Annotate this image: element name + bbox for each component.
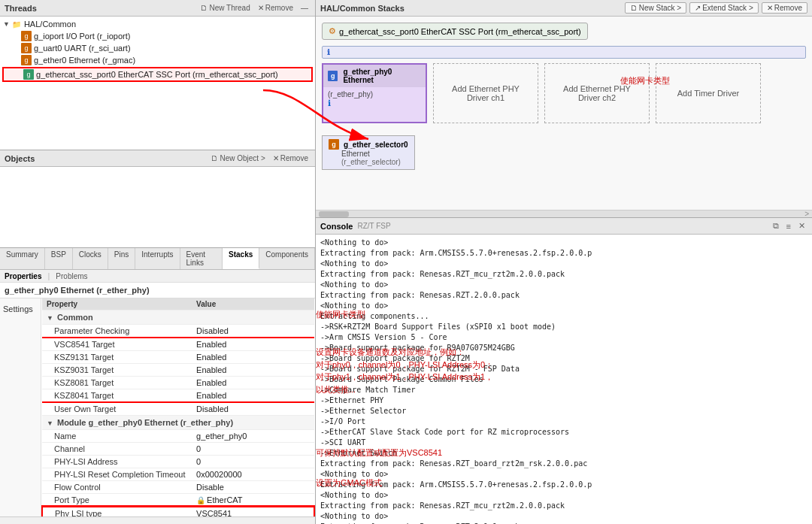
- console-close-icon[interactable]: ✕: [796, 220, 807, 232]
- add-timer-block[interactable]: Add Timer Driver: [656, 63, 761, 123]
- row-phy-lsi-addr[interactable]: PHY-LSI Address 0: [42, 456, 314, 468]
- row-user-own[interactable]: User Own Target Disabled: [42, 402, 314, 416]
- port-label: g_ethercat_ssc_port0 EtherCAT SSC Port (…: [339, 27, 581, 36]
- extend-stack-button[interactable]: ↗ Extend Stack >: [689, 2, 759, 14]
- stacks-row: g g_ether_phy0 Ethernet (r_ether_phy) ℹ …: [322, 63, 806, 123]
- tab-clocks[interactable]: Clocks: [73, 248, 108, 269]
- properties-table: Property Value ▼ Common Parameter Checki…: [41, 298, 315, 516]
- row-channel[interactable]: Channel 0: [42, 443, 314, 456]
- console-section: Console RZ/T FSP ⧉ ≡ ✕ <Nothing to do>Ex…: [316, 218, 812, 524]
- expand-arrow-icon: ▼: [3, 20, 10, 28]
- tabs-content: Properties | Problems g_ether_phy0 Ether…: [0, 270, 315, 524]
- tab-interrupts[interactable]: Interrupts: [135, 248, 180, 269]
- objects-header: Objects 🗋 New Object > ✕ Remove: [0, 150, 315, 167]
- row-ksz9031[interactable]: KSZ9031 Target Enabled: [42, 364, 314, 377]
- row-name[interactable]: Name g_ether_phy0: [42, 430, 314, 443]
- selector-icon: g: [329, 139, 339, 150]
- tree-item-ioport[interactable]: g g_ioport I/O Port (r_ioport): [2, 30, 314, 42]
- console-line: ->Ethernet PHY: [320, 395, 807, 406]
- objects-content: [0, 167, 315, 247]
- tab-components[interactable]: Components: [259, 248, 315, 269]
- remove-stack-button[interactable]: ✕ Remove: [762, 2, 807, 14]
- console-line: Extracting from pack: Renesas.RZT.2.0.0.…: [320, 290, 807, 301]
- console-line: Extracting from pack: Arm.CMSIS5.5.7.0+r…: [320, 480, 807, 490]
- port-box[interactable]: ⚙ g_ethercat_ssc_port0 EtherCAT SSC Port…: [322, 23, 588, 40]
- add-phy-ch1-block[interactable]: Add Ethernet PHYDriver ch1: [433, 63, 538, 123]
- console-line: <Nothing to do>: [320, 238, 807, 248]
- row-phy-lsi-type[interactable]: Phy LSI type VSC8541: [42, 507, 314, 516]
- remove-object-icon: ✕: [273, 154, 279, 162]
- remove-thread-icon: ✕: [258, 4, 264, 12]
- console-line: ->Board support package for RZT2M: [320, 353, 807, 364]
- new-stack-button[interactable]: 🗋 New Stack >: [625, 2, 686, 14]
- tabs-bar: Summary BSP Clocks Pins Interrupts Event…: [0, 248, 315, 270]
- extend-stack-icon: ↗: [695, 4, 701, 12]
- console-line: ->Ethernet Switch: [320, 448, 807, 459]
- props-toolbar: Properties | Problems: [0, 270, 315, 283]
- properties-tab-btn[interactable]: Properties: [5, 272, 41, 280]
- tree-item-uart[interactable]: g g_uart0 UART (r_sci_uart): [2, 42, 314, 54]
- new-object-icon: 🗋: [211, 154, 218, 162]
- console-subtitle: RZ/T FSP: [357, 222, 390, 230]
- threads-tree: ▼ 📁 HAL/Common g g_ioport I/O Port (r_io…: [0, 17, 315, 150]
- selector-block[interactable]: g g_ether_selector0 Ethernet (r_ether_se…: [322, 135, 415, 170]
- tabs-section: Summary BSP Clocks Pins Interrupts Event…: [0, 248, 315, 524]
- remove-thread-button[interactable]: ✕ Remove: [256, 3, 295, 13]
- console-line: Extracting from pack: Arm.CMSIS5.5.7.0+r…: [320, 248, 807, 259]
- component-title: g_ether_phy0 Ethernet (r_ether_phy): [0, 283, 315, 298]
- console-line: <Nothing to do>: [320, 490, 807, 501]
- settings-label: Settings: [0, 301, 41, 317]
- console-line: ->Ethernet Selector: [320, 406, 807, 416]
- bottom-scrollbar[interactable]: [0, 516, 315, 524]
- console-toolbar: ⧉ ≡ ✕: [771, 220, 807, 232]
- tab-event-links[interactable]: Event Links: [180, 248, 223, 269]
- hal-stacks-scrollbar[interactable]: >: [316, 210, 812, 217]
- console-line: <Nothing to do>: [320, 280, 807, 290]
- remove-object-button[interactable]: ✕ Remove: [271, 153, 311, 163]
- console-line: ->Board Support Package Common Files: [320, 374, 807, 385]
- lock-icon: 🔒: [196, 496, 205, 504]
- info-icon: ℹ: [327, 48, 330, 56]
- tab-stacks[interactable]: Stacks: [223, 248, 259, 269]
- tree-item-ethercat[interactable]: g g_ethercat_ssc_port0 EtherCAT SSC Port…: [2, 67, 313, 82]
- row-ksz8041[interactable]: KSZ8041 Target Enabled: [42, 389, 314, 403]
- row-ksz9131[interactable]: KSZ9131 Target Enabled: [42, 351, 314, 364]
- tab-bsp[interactable]: BSP: [45, 248, 73, 269]
- objects-title: Objects: [5, 154, 35, 163]
- col-header-property: Property: [42, 298, 192, 310]
- row-flow-control[interactable]: Flow Control Disable: [42, 481, 314, 494]
- row-phy-timeout[interactable]: PHY-LSI Reset Completion Timeout 0x00020…: [42, 468, 314, 481]
- objects-section: Objects 🗋 New Object > ✕ Remove: [0, 150, 315, 248]
- threads-section: Threads 🗋 New Thread ✕ Remove — ▼ 📁: [0, 0, 315, 150]
- console-line: <Nothing to do>: [320, 259, 807, 269]
- ether-phy-block[interactable]: g g_ether_phy0 Ethernet (r_ether_phy) ℹ: [322, 63, 427, 123]
- hal-stacks-section: HAL/Common Stacks 🗋 New Stack > ↗ Extend…: [316, 0, 812, 218]
- console-copy-icon[interactable]: ⧉: [771, 220, 781, 232]
- gear-icon-uart: g: [21, 43, 32, 53]
- new-stack-icon: 🗋: [630, 4, 638, 12]
- problems-tab-btn[interactable]: Problems: [56, 272, 87, 280]
- new-thread-button[interactable]: 🗋 New Thread: [198, 3, 252, 13]
- tab-pins[interactable]: Pins: [108, 248, 135, 269]
- row-vsc8541[interactable]: VSC8541 Target Enabled: [42, 338, 314, 351]
- add-phy-ch2-block[interactable]: Add Ethernet PHYDriver ch2: [544, 63, 650, 123]
- console-header: Console RZ/T FSP ⧉ ≡ ✕: [316, 218, 812, 235]
- console-content: <Nothing to do>Extracting from pack: Arm…: [316, 235, 812, 524]
- row-port-type[interactable]: Port Type 🔒EtherCAT: [42, 494, 314, 507]
- row-ksz8081[interactable]: KSZ8081 Target Enabled Specify whether t…: [42, 377, 314, 389]
- minimize-threads-button[interactable]: —: [298, 3, 311, 13]
- console-title: Console: [320, 222, 353, 231]
- console-clear-icon[interactable]: ≡: [784, 221, 793, 232]
- scrollbar-thumb: [319, 211, 349, 217]
- new-object-button[interactable]: 🗋 New Object >: [208, 153, 267, 163]
- tab-summary[interactable]: Summary: [0, 248, 45, 269]
- folder-icon: 📁: [11, 19, 22, 29]
- console-line: ->Compare Match Timer: [320, 385, 807, 395]
- row-param-checking[interactable]: Parameter Checking Disabled: [42, 325, 314, 338]
- threads-title: Threads: [5, 4, 37, 13]
- console-line: <Nothing to do>: [320, 469, 807, 480]
- tree-root-item[interactable]: ▼ 📁 HAL/Common: [2, 18, 314, 30]
- tree-item-ether0[interactable]: g g_ether0 Ethernet (r_gmac): [2, 54, 314, 66]
- port-icon: ⚙: [329, 26, 336, 36]
- console-line: Extracting components...: [320, 311, 807, 322]
